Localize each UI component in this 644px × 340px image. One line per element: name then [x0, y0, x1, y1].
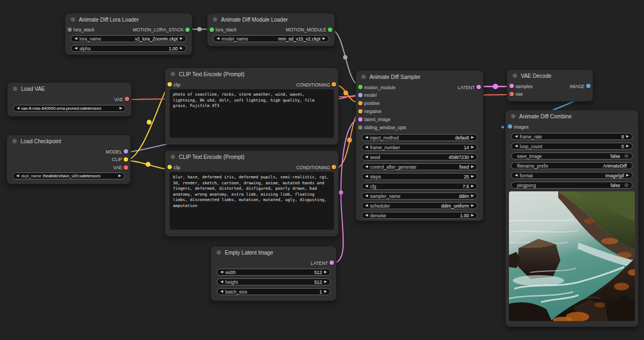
decrement-arrow-icon[interactable]: ◀: [365, 184, 368, 188]
increment-arrow-icon[interactable]: ▶: [323, 37, 325, 41]
decrement-arrow-icon[interactable]: ◀: [365, 136, 368, 139]
widget-model-name[interactable]: ◀ model_name mm_sd_v15_v2.ckpt ▶: [213, 35, 329, 42]
input-slot-lora-stack[interactable]: [68, 28, 72, 32]
widget-steps[interactable]: ◀steps25▶: [361, 173, 478, 180]
increment-arrow-icon[interactable]: ▶: [626, 144, 629, 148]
decrement-arrow-icon[interactable]: ◀: [515, 174, 518, 177]
collapse-dot-icon[interactable]: [217, 250, 221, 255]
decrement-arrow-icon[interactable]: ◀: [365, 175, 368, 178]
output-slot-vae[interactable]: [124, 165, 128, 170]
node-animate-diff-module-loader[interactable]: Animate Diff Module Loader lora_stack MO…: [207, 13, 335, 46]
input-slot-latent-image[interactable]: [358, 117, 363, 122]
widget-vae-name[interactable]: ◀ vae-ft-mse-840000-ema-pruned.safetenso…: [13, 105, 126, 112]
decrement-arrow-icon[interactable]: ◀: [16, 174, 19, 178]
decrement-arrow-icon[interactable]: ◀: [365, 194, 368, 198]
collapse-dot-icon[interactable]: [213, 17, 217, 22]
collapse-dot-icon[interactable]: [13, 86, 17, 91]
widget-batch-size[interactable]: ◀batch_size1▶: [217, 288, 331, 295]
node-load-vae[interactable]: Load VAE VAE ◀ vae-ft-mse-840000-ema-pru…: [7, 82, 132, 117]
node-animate-diff-lora-loader[interactable]: Animate Diff Lora Loader lora_stack MOTI…: [65, 13, 192, 55]
increment-arrow-icon[interactable]: ▶: [471, 175, 474, 178]
widget-pingpong-toggle[interactable]: pingpongfalse: [511, 182, 633, 189]
node-load-checkpoint[interactable]: Load Checkpoint MODEL CLIP VAE ◀ ckpt_na…: [6, 135, 131, 184]
output-slot-motion-lora-stack[interactable]: [185, 28, 190, 32]
decrement-arrow-icon[interactable]: ◀: [365, 165, 368, 169]
negative-prompt-textarea[interactable]: blur, haze, deformed iris, deformed pupi…: [170, 172, 334, 230]
node-graph-canvas[interactable]: Animate Diff Lora Loader lora_stack MOTI…: [0, 0, 644, 340]
output-slot-latent[interactable]: [477, 85, 481, 89]
widget-width[interactable]: ◀width512▶: [217, 269, 331, 276]
input-slot-positive[interactable]: [358, 101, 363, 105]
input-slot-lora-stack[interactable]: [210, 28, 214, 32]
increment-arrow-icon[interactable]: ▶: [471, 204, 474, 208]
decrement-arrow-icon[interactable]: ◀: [365, 214, 368, 217]
node-clip-text-encode-positive[interactable]: CLIP Text Encode (Prompt) clip CONDITION…: [165, 68, 339, 145]
input-slot-clip[interactable]: [167, 165, 172, 169]
output-slot-conditioning[interactable]: [332, 165, 336, 169]
increment-arrow-icon[interactable]: ▶: [324, 270, 327, 274]
increment-arrow-icon[interactable]: ▶: [471, 145, 474, 149]
input-slot-negative[interactable]: [358, 109, 363, 114]
decrement-arrow-icon[interactable]: ◀: [515, 144, 518, 148]
decrement-arrow-icon[interactable]: ◀: [75, 37, 77, 41]
increment-arrow-icon[interactable]: ▶: [180, 37, 183, 41]
node-empty-latent-image[interactable]: Empty Latent Image LATENT ◀width512▶ ◀he…: [211, 246, 337, 301]
widget-control-after-generate[interactable]: ◀control_after_generatefixed▶: [361, 163, 478, 170]
decrement-arrow-icon[interactable]: ◀: [220, 290, 223, 294]
output-slot-conditioning[interactable]: [332, 82, 336, 86]
positive-prompt-textarea[interactable]: photo of coastline, rocks, storm weather…: [170, 89, 334, 138]
widget-ckpt-name[interactable]: ◀ ckpt_name RealisticVision_v20.safetens…: [12, 172, 125, 179]
input-slot-clip[interactable]: [167, 82, 172, 86]
decrement-arrow-icon[interactable]: ◀: [220, 270, 223, 274]
input-slot-images[interactable]: [508, 124, 512, 129]
widget-sampler-name[interactable]: ◀sampler_nameddim▶: [361, 192, 478, 199]
decrement-arrow-icon[interactable]: ◀: [220, 280, 223, 284]
input-slot-sliding-window-opts[interactable]: [358, 125, 363, 130]
input-slot-motion-module[interactable]: [358, 85, 363, 89]
node-clip-text-encode-negative[interactable]: CLIP Text Encode (Prompt) clip CONDITION…: [165, 150, 339, 237]
decrement-arrow-icon[interactable]: ◀: [75, 46, 77, 50]
output-slot-model[interactable]: [124, 149, 128, 154]
decrement-arrow-icon[interactable]: ◀: [365, 204, 368, 208]
collapse-dot-icon[interactable]: [361, 75, 366, 79]
widget-seed[interactable]: ◀seed45987230▶: [361, 154, 478, 161]
increment-arrow-icon[interactable]: ▶: [471, 155, 474, 159]
increment-arrow-icon[interactable]: ▶: [471, 136, 474, 139]
increment-arrow-icon[interactable]: ▶: [119, 106, 122, 110]
input-slot-model[interactable]: [358, 93, 363, 97]
widget-alpha[interactable]: ◀ alpha 1.00 ▶: [71, 45, 186, 52]
collapse-dot-icon[interactable]: [511, 114, 515, 118]
increment-arrow-icon[interactable]: ▶: [324, 280, 327, 284]
widget-format[interactable]: ◀formatimage/gif▶: [511, 172, 633, 179]
node-vae-decode[interactable]: VAE Decode samples IMAGE vae: [507, 69, 593, 102]
output-slot-motion-module[interactable]: [328, 28, 332, 32]
output-slot-clip[interactable]: [124, 157, 128, 162]
output-slot-image[interactable]: [586, 84, 591, 88]
widget-denoise[interactable]: ◀denoise1.00▶: [361, 212, 478, 219]
widget-cfg[interactable]: ◀cfg7.5▶: [361, 183, 478, 190]
collapse-dot-icon[interactable]: [12, 139, 17, 143]
widget-filename-prefix[interactable]: filename_prefixAnimateDiff: [511, 162, 633, 169]
increment-arrow-icon[interactable]: ▶: [471, 194, 474, 198]
widget-scheduler[interactable]: ◀schedulerddim_uniform▶: [361, 202, 478, 209]
widget-frame-rate[interactable]: ◀frame_rate8▶: [511, 133, 633, 140]
widget-inject-method[interactable]: ◀inject_methoddefault▶: [361, 134, 478, 141]
node-animate-diff-combine[interactable]: Animate Diff Combine ◀ images ◀frame_rat…: [505, 110, 639, 327]
decrement-arrow-icon[interactable]: ◀: [217, 37, 219, 41]
input-slot-samples[interactable]: [509, 84, 514, 88]
widget-lora-name[interactable]: ◀ lora_name v2_lora_ZoomIn.ckpt ▶: [71, 35, 186, 42]
widget-height[interactable]: ◀height512▶: [217, 278, 331, 285]
decrement-arrow-icon[interactable]: ◀: [17, 106, 19, 110]
input-slot-vae[interactable]: [509, 92, 514, 96]
toggle-knob[interactable]: [624, 154, 629, 158]
collapse-dot-icon[interactable]: [171, 155, 175, 159]
decrement-arrow-icon[interactable]: ◀: [365, 145, 368, 149]
increment-arrow-icon[interactable]: ▶: [626, 135, 629, 138]
increment-arrow-icon[interactable]: ▶: [471, 184, 474, 188]
collapse-dot-icon[interactable]: [171, 72, 175, 76]
increment-arrow-icon[interactable]: ▶: [324, 290, 327, 294]
increment-arrow-icon[interactable]: ▶: [180, 46, 183, 50]
increment-arrow-icon[interactable]: ▶: [118, 174, 121, 178]
collapse-dot-icon[interactable]: [513, 74, 517, 78]
widget-loop-count[interactable]: ◀loop_count0▶: [511, 143, 633, 150]
